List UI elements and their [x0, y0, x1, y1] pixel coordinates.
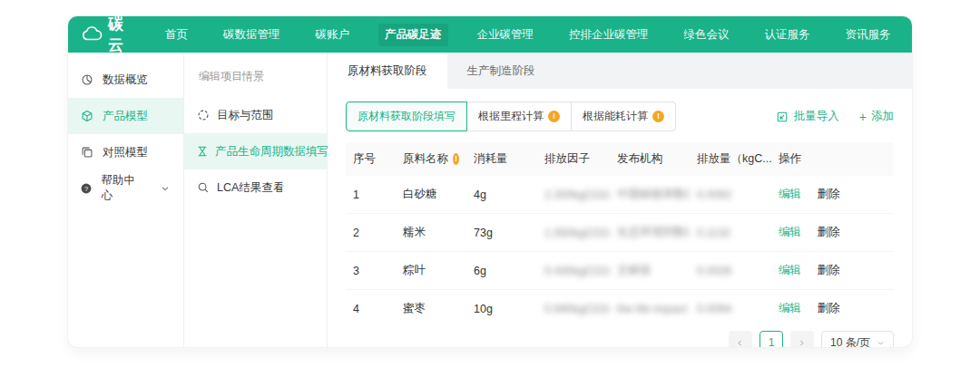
cell-operations: 编辑 删除 [771, 214, 894, 252]
col-emission-amount: 排放量（kgC... [690, 142, 771, 176]
edit-link[interactable]: 编辑 [779, 264, 801, 276]
primary-sidebar: 数据概览 产品模型 对照模型 ? 帮助中心 [68, 53, 184, 347]
nav-item-carbon-data[interactable]: 碳数据管理 [217, 24, 287, 46]
sidebar-item-product-model[interactable]: 产品模型 [68, 98, 183, 134]
main-content: 原材料获取阶段 生产制造阶段 原材料获取阶段填写 根据里程计算 ! 根据 [328, 53, 912, 347]
batch-import-button[interactable]: 批量导入 [775, 109, 839, 124]
cell-publisher: 中国碳核算数据 [610, 176, 690, 214]
cell-material-name: 蜜枣 [396, 290, 466, 328]
step-item-lca-results[interactable]: LCA结果查看 [184, 169, 327, 206]
edit-link[interactable]: 编辑 [779, 226, 801, 238]
page-size-value: 10 条/页 [830, 335, 870, 348]
brand-logo[interactable]: 碳云 [81, 16, 124, 55]
page-size-select[interactable]: 10 条/页 [821, 331, 894, 347]
cell-emission-amount: 0.1132 [690, 214, 771, 252]
segment-energy-calc[interactable]: 根据能耗计算 ! [571, 102, 676, 131]
warning-icon: ! [652, 111, 664, 122]
delete-link[interactable]: 删除 [817, 264, 839, 276]
pie-chart-icon [80, 72, 94, 87]
prev-page-button[interactable] [729, 331, 752, 347]
cell-operations: 编辑 删除 [771, 252, 894, 290]
sidebar-item-help-center[interactable]: ? 帮助中心 [68, 170, 183, 207]
table-row: 3 粽叶 6g 0.430kgCO2e 文献值 0.0026 编辑 删除 [346, 252, 894, 290]
nav-item-enterprise-carbon[interactable]: 企业碳管理 [471, 24, 541, 46]
lifecycle-form-icon [196, 144, 209, 159]
pagination: 1 10 条/页 [346, 331, 894, 347]
cube-icon [80, 109, 94, 123]
cell-consumption: 4g [466, 176, 537, 214]
cell-material-name: 粽叶 [396, 252, 466, 290]
stage-content: 原材料获取阶段填写 根据里程计算 ! 根据能耗计算 ! [328, 89, 912, 347]
stage-tabs: 原材料获取阶段 生产制造阶段 [328, 53, 912, 89]
nav-item-regulated-enterprise[interactable]: 控排企业碳管理 [563, 24, 655, 46]
nav-item-green-meeting[interactable]: 绿色会议 [678, 24, 736, 46]
cell-emission-factor: 1.550kgCO2e [537, 214, 610, 252]
current-page-button[interactable]: 1 [760, 331, 783, 347]
cell-consumption: 73g [466, 214, 537, 252]
edit-link[interactable]: 编辑 [779, 188, 801, 200]
tab-manufacturing-stage[interactable]: 生产制造阶段 [447, 53, 555, 89]
sidebar-item-label: 对照模型 [103, 145, 148, 160]
nav-item-carbon-account[interactable]: 碳账户 [309, 24, 357, 46]
cell-publisher: the life impact [610, 290, 690, 328]
top-navigation: 首页 碳数据管理 碳账户 产品碳足迹 企业碳管理 控排企业碳管理 绿色会议 认证… [159, 24, 912, 46]
cell-emission-amount: 0.0026 [690, 252, 771, 290]
nav-item-news-service[interactable]: 资讯服务 [839, 24, 897, 46]
svg-text:?: ? [84, 185, 88, 193]
plus-icon: + [859, 111, 867, 123]
delete-link[interactable]: 删除 [817, 302, 839, 314]
copy-icon [80, 145, 94, 160]
top-header: 碳云 首页 碳数据管理 碳账户 产品碳足迹 企业碳管理 控排企业碳管理 绿色会议… [68, 16, 912, 53]
cell-material-name: 糯米 [396, 214, 466, 252]
cell-emission-factor: 0.430kgCO2e [537, 252, 610, 290]
nav-item-home[interactable]: 首页 [159, 24, 194, 46]
project-panel-title: 编辑项目情景 [184, 58, 327, 97]
step-item-goal-scope[interactable]: 目标与范围 [184, 97, 327, 133]
add-button[interactable]: + 添加 [859, 109, 894, 124]
cell-index: 2 [346, 214, 396, 252]
col-material-name: 原料名称 ! [396, 142, 466, 176]
cell-operations: 编辑 删除 [771, 176, 894, 214]
batch-import-label: 批量导入 [794, 109, 839, 124]
cell-publisher: 文献值 [610, 252, 690, 290]
segment-raw-material-fill[interactable]: 原材料获取阶段填写 [346, 102, 467, 131]
calc-mode-segments: 原材料获取阶段填写 根据里程计算 ! 根据能耗计算 ! [346, 102, 676, 131]
cell-material-name: 白砂糖 [396, 176, 466, 214]
cell-emission-factor: 0.940kgCO2e [537, 290, 610, 328]
delete-link[interactable]: 删除 [817, 188, 839, 200]
sidebar-item-label: 帮助中心 [101, 173, 142, 204]
cell-consumption: 10g [466, 290, 537, 328]
warning-icon: ! [548, 111, 560, 122]
app-window: 碳云 首页 碳数据管理 碳账户 产品碳足迹 企业碳管理 控排企业碳管理 绿色会议… [68, 16, 912, 347]
add-label: 添加 [871, 109, 894, 124]
chevron-down-icon [877, 339, 885, 347]
segment-label: 根据里程计算 [478, 109, 544, 124]
sidebar-item-compare-model[interactable]: 对照模型 [68, 134, 183, 170]
segment-label: 原材料获取阶段填写 [358, 109, 456, 124]
sidebar-item-data-overview[interactable]: 数据概览 [68, 62, 183, 98]
segment-mileage-calc[interactable]: 根据里程计算 ! [466, 102, 572, 131]
table-header-row: 序号 原料名称 ! 消耗量 排放因子 发布机构 排放量（kgC... [346, 142, 894, 176]
cell-emission-amount: 0.0094 [690, 290, 771, 328]
target-icon [196, 108, 211, 122]
tab-raw-material-stage[interactable]: 原材料获取阶段 [328, 53, 447, 89]
col-emission-factor: 排放因子 [537, 142, 610, 176]
col-publisher: 发布机构 [610, 142, 690, 176]
batch-import-icon [775, 110, 789, 124]
step-item-label: 产品生命周期数据填写 [215, 144, 328, 160]
edit-link[interactable]: 编辑 [779, 302, 801, 314]
nav-item-product-footprint[interactable]: 产品碳足迹 [378, 24, 448, 46]
next-page-button[interactable] [790, 331, 814, 347]
cell-index: 4 [346, 290, 396, 328]
cell-publisher: 生态环境部数据 [610, 214, 690, 252]
delete-link[interactable]: 删除 [817, 226, 839, 238]
col-index: 序号 [346, 142, 396, 176]
sidebar-item-label: 产品模型 [103, 109, 148, 124]
cell-operations: 编辑 删除 [771, 290, 894, 328]
col-consumption: 消耗量 [466, 142, 537, 176]
cell-emission-amount: 0.0092 [690, 176, 771, 214]
step-item-lifecycle-data[interactable]: 产品生命周期数据填写 [184, 133, 327, 169]
cell-index: 3 [346, 252, 396, 290]
nav-item-certification[interactable]: 认证服务 [759, 24, 817, 46]
segment-label: 根据能耗计算 [583, 109, 648, 124]
